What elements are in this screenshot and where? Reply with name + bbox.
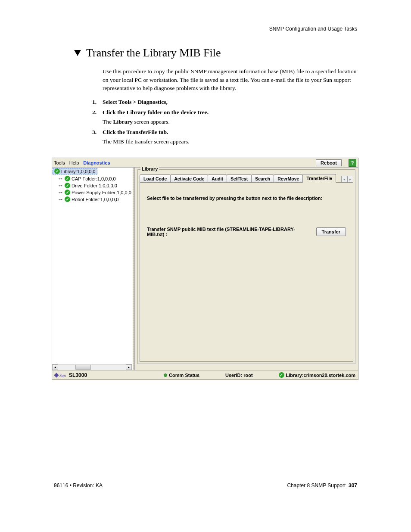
status-bar: Sun SL3000 Comm Status UserID: root ✓ Li… — [52, 370, 358, 380]
expand-icon[interactable]: ⊶ — [59, 184, 62, 188]
menu-bar: Tools Help Diagnostics Reboot ? — [52, 158, 358, 168]
tab-scroll-right-icon[interactable]: ▸ — [347, 176, 353, 183]
check-icon: ✓ — [279, 372, 284, 378]
tab-loadcode[interactable]: Load Code — [140, 174, 171, 183]
tab-search[interactable]: Search — [251, 174, 274, 183]
scroll-left-icon[interactable]: ◂ — [52, 364, 58, 370]
step-number: 3. — [92, 129, 100, 136]
triangle-down-icon — [74, 50, 81, 56]
instruction-text: Select file to be transferred by pressin… — [147, 196, 346, 201]
step-text: Select Tools > Diagnostics, — [103, 99, 168, 106]
reboot-button[interactable]: Reboot — [316, 159, 342, 166]
tree-item-cap[interactable]: ⊶ ✓ CAP Folder:1,0,0,0,0 — [59, 176, 131, 181]
device-tree-panel: ✓ Library:1,0,0,0,0 ⊶ ✓ CAP Folder:1,0,0… — [52, 168, 132, 370]
brand-logo: Sun SL3000 — [55, 372, 87, 378]
sun-diamond-icon — [54, 373, 59, 377]
tab-selftest[interactable]: SelfTest — [227, 174, 252, 183]
tree-item-robot[interactable]: ⊶ ✓ Robot Folder:1,0,0,0,0 — [59, 196, 131, 202]
user-id: UserID: root — [225, 373, 253, 378]
tab-transferfile[interactable]: TransferFile — [302, 174, 336, 183]
running-header: SNMP Configuration and Usage Tasks — [269, 26, 357, 32]
fieldset-legend: Library — [140, 166, 159, 171]
library-status: ✓ Library:crimson20.stortek.com — [279, 372, 355, 378]
app-window: Tools Help Diagnostics Reboot ? ✓ Librar… — [52, 158, 358, 380]
check-icon: ✓ — [65, 190, 70, 195]
help-icon[interactable]: ? — [349, 159, 356, 167]
page-title-text: Transfer the Library MIB File — [86, 47, 221, 59]
menu-diagnostics[interactable]: Diagnostics — [83, 160, 110, 165]
step-number: 2. — [92, 109, 100, 116]
page-title: Transfer the Library MIB File — [74, 47, 358, 59]
library-fieldset: Library Load Code Activate Code Audit Se… — [137, 169, 355, 364]
check-icon: ✓ — [65, 183, 70, 188]
main-panel: Library Load Code Activate Code Audit Se… — [135, 168, 358, 370]
step-text: Click the Library folder on the device t… — [103, 109, 209, 116]
intro-paragraph: Use this procedure to copy the public SN… — [103, 67, 358, 93]
footer-right: Chapter 8 SNMP Support 307 — [287, 482, 357, 488]
transfer-file-label: Transfer SNMP public MIB text file (STRE… — [147, 227, 308, 237]
scroll-thumb[interactable] — [75, 365, 91, 370]
expand-icon[interactable]: ⊶ — [59, 197, 62, 202]
tab-scroll-left-icon[interactable]: ◂ — [341, 176, 347, 183]
expand-icon[interactable]: ⊶ — [59, 177, 62, 181]
menu-help[interactable]: Help — [69, 160, 79, 165]
step-number: 1. — [92, 99, 100, 106]
check-icon: ✓ — [65, 176, 70, 181]
tree-item-drive[interactable]: ⊶ ✓ Drive Folder:1,0,0,0,0 — [59, 183, 131, 188]
tree-root-library[interactable]: ✓ Library:1,0,0,0,0 — [53, 168, 97, 174]
check-icon: ✓ — [54, 168, 60, 174]
tab-audit[interactable]: Audit — [208, 174, 227, 183]
expand-icon[interactable]: ⊶ — [59, 190, 62, 195]
horizontal-scrollbar[interactable]: ◂ ▸ — [52, 364, 132, 370]
page-footer: 96116 • Revision: KA Chapter 8 SNMP Supp… — [54, 482, 357, 488]
steps-list: 1. Select Tools > Diagnostics, 2. Click … — [92, 99, 358, 145]
tab-activatecode[interactable]: Activate Code — [170, 174, 208, 183]
step-subtext: The Library screen appears. — [103, 118, 358, 125]
menu-tools[interactable]: Tools — [54, 160, 65, 165]
comm-status-icon — [164, 373, 167, 377]
footer-left: 96116 • Revision: KA — [54, 482, 103, 488]
scroll-right-icon[interactable]: ▸ — [126, 364, 132, 370]
step-text: Click the TransferFile tab. — [103, 129, 168, 136]
check-icon: ✓ — [65, 196, 70, 202]
tab-rcvrmove[interactable]: RcvrMove — [274, 174, 303, 183]
tab-content: Select file to be transferred by pressin… — [140, 182, 353, 362]
step-subtext: The MIB file transfer screen appears. — [103, 138, 358, 145]
transfer-button[interactable]: Transfer — [316, 227, 346, 236]
comm-status: Comm Status — [164, 373, 199, 378]
tab-bar: Load Code Activate Code Audit SelfTest S… — [140, 173, 353, 183]
tree-item-powersupply[interactable]: ⊶ ✓ Power Supply Folder:1,0,0,0 — [59, 190, 131, 195]
